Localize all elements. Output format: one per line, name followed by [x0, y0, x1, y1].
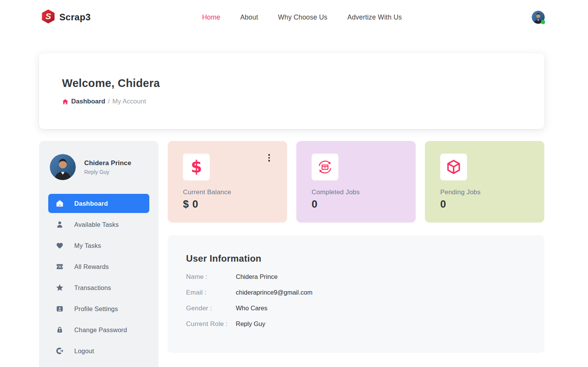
sidebar-profile: Chidera Prince Reply Guy — [48, 154, 149, 180]
stat-value: $ 0 — [183, 198, 273, 210]
lock-icon — [55, 325, 64, 334]
star-icon — [55, 283, 64, 292]
content-column: $ Current Balance $ 0 — [168, 141, 544, 353]
sidebar-avatar — [50, 154, 76, 180]
breadcrumb-dashboard-link[interactable]: Dashboard — [62, 98, 105, 105]
info-row-gender: Gender : Who Cares — [186, 305, 526, 320]
top-navigation-bar: S Scrap3 Home About Why Choose Us Advert… — [0, 0, 588, 34]
sidebar-item-label: Profile Settings — [74, 305, 118, 313]
sidebar-item-my-tasks[interactable]: My Tasks — [48, 236, 149, 255]
user-information-title: User Information — [186, 253, 526, 264]
sidebar-item-all-rewards[interactable]: All Rewards — [48, 257, 149, 276]
sidebar-item-change-password[interactable]: Change Password — [48, 320, 149, 339]
breadcrumb-separator: / — [108, 98, 110, 105]
info-value: Chidera Prince — [236, 273, 278, 280]
sidebar-menu: Dashboard Available Tasks My Tasks — [48, 194, 149, 360]
stat-icon-box — [440, 154, 467, 180]
welcome-section: Welcome, Chidera Dashboard / My Account — [39, 53, 544, 129]
user-information-rows: Name : Chidera Prince Email : chiderapri… — [186, 273, 526, 336]
sidebar-item-label: Transactions — [74, 284, 111, 292]
info-row-current-role: Current Role : Reply Guy — [186, 320, 526, 336]
info-label: Current Role : — [186, 320, 236, 328]
home-icon — [55, 199, 64, 208]
nav-link-about[interactable]: About — [240, 13, 258, 21]
sidebar-item-profile-settings[interactable]: Profile Settings — [48, 299, 149, 318]
nav-link-home[interactable]: Home — [202, 13, 220, 21]
sidebar-item-dashboard[interactable]: Dashboard — [48, 194, 149, 213]
package-sync-icon — [316, 158, 334, 176]
online-status-dot — [541, 20, 545, 24]
header-user-avatar[interactable] — [532, 11, 545, 24]
breadcrumb: Dashboard / My Account — [62, 98, 521, 105]
sidebar-item-available-tasks[interactable]: Available Tasks — [48, 215, 149, 234]
nav-link-why-choose-us[interactable]: Why Choose Us — [278, 13, 327, 21]
dollar-icon: $ — [191, 159, 202, 175]
stat-card-current-balance: $ Current Balance $ 0 — [168, 141, 287, 223]
home-icon — [62, 98, 69, 105]
info-label: Gender : — [186, 305, 236, 312]
sidebar-item-label: Change Password — [74, 326, 127, 334]
info-value: Reply Guy — [236, 320, 265, 328]
brand-name: Scrap3 — [59, 12, 91, 23]
info-label: Email : — [186, 289, 236, 297]
discount-ticket-icon — [55, 262, 64, 271]
logout-icon — [55, 346, 64, 356]
sidebar-item-label: My Tasks — [74, 242, 101, 249]
svg-text:S: S — [46, 11, 51, 21]
stat-label: Current Balance — [183, 188, 273, 196]
sidebar-user-name: Chidera Prince — [84, 159, 131, 167]
info-value: chideraprince9@gmail.com — [236, 289, 312, 296]
stat-label: Pending Jobs — [440, 188, 531, 196]
welcome-card: Welcome, Chidera Dashboard / My Account — [39, 53, 544, 129]
heart-icon — [55, 241, 64, 250]
info-row-name: Name : Chidera Prince — [186, 273, 526, 289]
info-row-email: Email : chideraprince9@gmail.com — [186, 289, 526, 305]
sidebar-item-label: Dashboard — [74, 200, 108, 207]
sidebar-item-logout[interactable]: Logout — [48, 341, 149, 360]
stat-value: 0 — [440, 198, 531, 210]
sidebar-item-label: All Rewards — [74, 263, 109, 270]
info-label: Name : — [186, 273, 236, 281]
sidebar-user-text: Chidera Prince Reply Guy — [84, 159, 131, 175]
stat-card-completed-jobs: Completed Jobs 0 — [296, 141, 416, 223]
sidebar-item-label: Logout — [74, 347, 94, 355]
person-icon — [55, 220, 64, 229]
page-title: Welcome, Chidera — [62, 77, 521, 90]
main-content-row: Chidera Prince Reply Guy Dashboard — [39, 141, 544, 367]
nav-link-advertize[interactable]: Advertize With Us — [347, 13, 402, 21]
brand-logo-icon: S — [40, 8, 56, 26]
info-value: Who Cares — [236, 305, 268, 312]
main-nav: Home About Why Choose Us Advertize With … — [202, 0, 402, 34]
account-sidebar: Chidera Prince Reply Guy Dashboard — [39, 141, 158, 367]
sidebar-item-transactions[interactable]: Transactions — [48, 278, 149, 297]
stat-card-pending-jobs: Pending Jobs 0 — [425, 141, 544, 223]
user-information-card: User Information Name : Chidera Prince E… — [168, 235, 544, 353]
stat-value: 0 — [312, 198, 402, 210]
id-badge-icon — [55, 304, 64, 313]
stats-row: $ Current Balance $ 0 — [168, 141, 544, 223]
sidebar-user-role: Reply Guy — [84, 169, 131, 175]
stat-icon-box — [312, 154, 338, 180]
brand-logo[interactable]: S Scrap3 — [40, 8, 91, 26]
kebab-menu-icon[interactable] — [266, 153, 273, 162]
stat-label: Completed Jobs — [312, 188, 402, 196]
breadcrumb-current: My Account — [113, 98, 146, 105]
sidebar-item-label: Available Tasks — [74, 221, 119, 228]
stat-icon-box: $ — [183, 154, 210, 180]
cube-icon — [445, 159, 462, 175]
